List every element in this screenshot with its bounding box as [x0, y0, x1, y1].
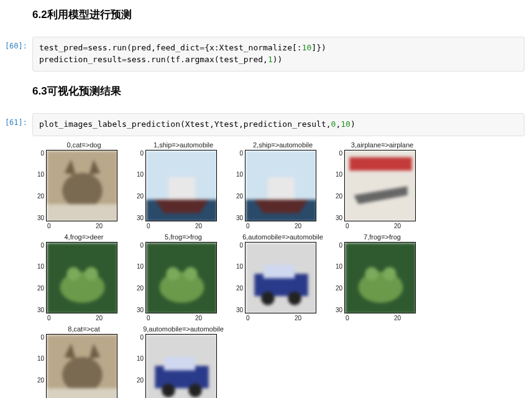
svg-point-19: [85, 267, 98, 280]
x-axis-ticks: 020: [46, 313, 117, 322]
subplot-image: [145, 150, 217, 221]
y-axis-ticks: 0102030: [36, 334, 46, 398]
code-token: sess.run(pred,feed_dict: [88, 43, 200, 52]
subplot-4: 4,frog=>deer0102030020: [36, 233, 132, 322]
subplot-image: [46, 150, 117, 221]
svg-point-34: [62, 356, 103, 392]
code-cell-61[interactable]: plot_images_labels_prediction(Xtest,Ytes…: [32, 113, 525, 136]
cell-prompt-61: [61]:: [0, 113, 32, 398]
code-token: prediction_result: [39, 55, 122, 64]
subplot-image: [145, 334, 217, 398]
svg-point-23: [184, 267, 198, 280]
x-axis-ticks: 020: [245, 313, 316, 322]
code-token: )): [273, 55, 283, 64]
y-axis-ticks: 0102030: [36, 150, 46, 221]
code-cell-60[interactable]: test_pred=sess.run(pred,feed_dict={x:Xte…: [32, 37, 525, 72]
svg-marker-11: [254, 200, 308, 213]
y-axis-ticks: 0102030: [36, 242, 46, 313]
subplot-2: 2,ship=>automobile0102030020: [235, 141, 331, 229]
subplot-title: 9,automobile=>automobile: [135, 325, 231, 333]
y-axis-ticks: 0102030: [334, 242, 344, 313]
y-axis-ticks: 0102030: [135, 150, 145, 221]
svg-point-27: [261, 292, 275, 305]
x-axis-ticks: 020: [245, 221, 316, 229]
section-heading-6-2: 6.2利用模型进行预测: [32, 7, 525, 22]
code-token: 10: [302, 43, 312, 52]
subplot-8: 8,cat=>cat0102030020: [36, 325, 132, 398]
x-axis-ticks: 020: [145, 313, 217, 322]
svg-rect-14: [349, 157, 412, 170]
code-token: plot_images_labels_prediction(Xtest,Ytes…: [39, 119, 331, 129]
x-axis-ticks: 020: [344, 221, 416, 229]
subplot-title: 7,frog=>frog: [334, 233, 430, 241]
cell-prompt-60: [60]:: [0, 37, 32, 72]
svg-point-30: [359, 271, 403, 302]
svg-rect-8: [168, 177, 195, 200]
y-axis-ticks: 0102030: [235, 242, 245, 313]
subplot-3: 3,airplane=>airplane0102030020: [334, 141, 430, 229]
subplot-title: 0,cat=>dog: [36, 141, 132, 149]
svg-point-32: [383, 267, 397, 280]
subplot-5: 5,frog=>frog0102030020: [135, 233, 231, 322]
subplot-title: 2,ship=>automobile: [235, 141, 331, 149]
subplot-image: [245, 150, 316, 221]
code-token: {x:Xtest_normalize[:: [204, 43, 302, 52]
svg-point-28: [288, 292, 301, 305]
subplot-title: 1,ship=>automobile: [135, 141, 231, 149]
subplot-1: 1,ship=>automobile0102030020: [135, 141, 231, 229]
svg-point-21: [160, 271, 204, 302]
svg-rect-40: [164, 356, 195, 370]
subplot-title: 3,airplane=>airplane: [334, 141, 430, 149]
subplot-0: 0,cat=>dog0102030020: [36, 141, 132, 229]
y-axis-ticks: 0102030: [135, 242, 145, 313]
code-token: 1: [268, 55, 273, 64]
svg-rect-26: [264, 264, 295, 278]
subplot-image: [46, 242, 117, 313]
y-axis-ticks: 0102030: [235, 150, 245, 221]
y-axis-ticks: 0102030: [135, 334, 145, 398]
code-token: ]}): [311, 43, 326, 52]
code-token: =: [200, 43, 204, 52]
code-token: ): [351, 119, 355, 129]
svg-rect-12: [268, 177, 295, 200]
subplot-title: 6,automobile=>automobile: [235, 233, 331, 241]
svg-point-22: [166, 267, 180, 280]
subplot-image: [46, 334, 117, 398]
svg-point-1: [62, 172, 103, 208]
svg-point-41: [162, 384, 175, 397]
section-heading-6-3: 6.3可视化预测结果: [32, 84, 525, 98]
svg-point-17: [60, 271, 105, 302]
code-token: sess.run(tf.argmax(test_pred,: [127, 55, 268, 64]
x-axis-ticks: 020: [46, 221, 117, 229]
code-token: test_pred: [39, 43, 83, 52]
prediction-image-grid: 0,cat=>dog01020300201,ship=>automobile01…: [32, 141, 525, 398]
svg-point-42: [188, 384, 202, 397]
code-token: 10: [341, 119, 351, 129]
subplot-image: [145, 242, 217, 313]
x-axis-ticks: 020: [344, 313, 416, 322]
svg-point-31: [365, 267, 378, 280]
subplot-6: 6,automobile=>automobile0102030020: [235, 233, 331, 322]
x-axis-ticks: 020: [145, 221, 217, 229]
subplot-title: 8,cat=>cat: [36, 325, 132, 333]
subplot-title: 4,frog=>deer: [36, 233, 132, 241]
subplot-9: 9,automobile=>automobile0102030020: [135, 325, 231, 398]
subplot-image: [245, 242, 316, 313]
subplot-image: [344, 242, 416, 313]
svg-rect-37: [47, 388, 117, 398]
svg-marker-7: [155, 200, 208, 213]
subplot-title: 5,frog=>frog: [135, 233, 231, 241]
svg-point-18: [66, 267, 80, 280]
subplot-image: [344, 150, 416, 221]
svg-rect-4: [47, 204, 117, 221]
y-axis-ticks: 0102030: [334, 150, 344, 221]
code-token: =: [122, 55, 127, 64]
subplot-7: 7,frog=>frog0102030020: [334, 233, 430, 322]
